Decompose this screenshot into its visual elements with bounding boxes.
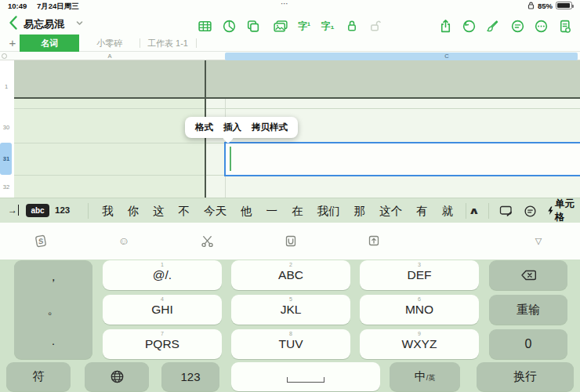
key-5-jkl[interactable]: 5JKL (231, 295, 350, 325)
key-7-pqrs[interactable]: 7PQRS (103, 329, 222, 359)
editing-cell-c31[interactable] (224, 142, 580, 176)
column-a-cells[interactable] (14, 98, 205, 198)
column-header-c-selected[interactable] (225, 53, 578, 60)
document-title[interactable]: 易忘易混 (24, 17, 64, 31)
insert-table-icon[interactable] (197, 18, 212, 34)
sogou-logo-icon[interactable]: S (32, 232, 49, 249)
scissors-icon[interactable] (198, 232, 216, 249)
tab-worksheet-1-1[interactable]: 工作表 1-1 (140, 34, 195, 52)
insert-chart-icon[interactable] (221, 18, 237, 34)
undo-icon[interactable] (461, 18, 477, 34)
comma-key[interactable]: ， (48, 270, 60, 285)
candidate[interactable]: 我 (102, 204, 114, 219)
add-sheet-button[interactable]: + (5, 34, 20, 52)
clipboard-icon[interactable] (282, 232, 299, 249)
tab-odds-ends[interactable]: 小零碎 (81, 34, 139, 52)
globe-key[interactable] (85, 362, 149, 391)
backspace-key[interactable] (489, 260, 567, 290)
row-header-31[interactable]: 31 (0, 155, 13, 162)
key-3-def[interactable]: 3DEF (360, 260, 479, 290)
num-mode-button[interactable]: 123 (55, 205, 70, 215)
language-toggle-key[interactable]: 中/英 (390, 362, 460, 391)
date: 7月24日周三 (37, 2, 79, 12)
insert-shape-icon[interactable] (245, 18, 260, 34)
orientation-lock-icon (527, 2, 535, 9)
table-header-row[interactable] (14, 60, 580, 98)
retype-key[interactable]: 重输 (489, 295, 567, 325)
screen: 10:49 7月24日周三 ⋯ 85% 易忘易混 (0, 0, 580, 392)
symbols-key[interactable]: 符 (6, 362, 71, 391)
row-header-30[interactable]: 30 (0, 124, 13, 131)
candidate[interactable]: 在 (292, 204, 303, 219)
candidate[interactable]: 就 (442, 204, 454, 219)
select-all-circle[interactable] (2, 53, 7, 59)
spreadsheet: A C 1 30 31 32 格式 插入 拷贝样式 (0, 52, 580, 198)
comment-icon[interactable] (509, 18, 525, 34)
punctuation-key[interactable]: ， 。 · (14, 260, 92, 359)
cell-quick-action[interactable]: 单元格 (547, 198, 580, 224)
row-header-1[interactable]: 1 (0, 83, 13, 90)
candidate-divider (88, 203, 89, 219)
export-icon[interactable] (365, 232, 382, 249)
key-8-tuv[interactable]: 8TUV (231, 329, 350, 359)
battery-icon (556, 2, 572, 9)
collapse-toolbar-icon[interactable]: ▽ (530, 232, 547, 249)
emoji-icon[interactable]: ☺ (115, 232, 132, 249)
keyboard-toolbar: S ☺ ▽ (0, 223, 580, 260)
app-toolbar: 易忘易混 字¹ 字₁ (0, 11, 580, 34)
tab-nouns[interactable]: 名词 (20, 34, 79, 52)
key-6-mno[interactable]: 6MNO (360, 295, 479, 325)
menu-item-format[interactable]: 格式 (195, 122, 213, 133)
battery-percent: 85% (538, 2, 553, 10)
share-icon[interactable] (437, 18, 453, 34)
cell-context-menu: 格式 插入 拷贝样式 (185, 117, 298, 138)
candidate[interactable]: 有 (416, 204, 428, 219)
menu-item-insert[interactable]: 插入 (223, 122, 241, 133)
abc-mode-badge[interactable]: abc (26, 204, 49, 217)
candidate[interactable]: 不 (179, 204, 190, 219)
period-key[interactable]: 。 (48, 303, 60, 318)
key-9-wxyz[interactable]: 9WXYZ (360, 329, 479, 359)
candidate[interactable]: 这个 (379, 204, 402, 219)
back-icon[interactable] (8, 15, 22, 31)
key-2-abc[interactable]: 2ABC (231, 260, 350, 290)
column-header-a[interactable]: A (102, 53, 118, 60)
superscript-icon[interactable]: 字¹ (296, 18, 312, 34)
more-icon[interactable] (533, 18, 549, 34)
backspace-icon (520, 269, 537, 281)
keyboard-switch-icon[interactable] (499, 205, 513, 217)
menu-item-copy-style[interactable]: 拷贝样式 (252, 122, 288, 133)
multitask-dots-icon: ⋯ (281, 0, 289, 8)
document-info-icon[interactable] (556, 18, 572, 34)
candidate-bar-right: ∧ 单元格 (470, 198, 580, 223)
space-key[interactable] (231, 362, 380, 391)
status-right: 85% (527, 2, 572, 10)
candidate[interactable]: 今天 (204, 204, 227, 219)
shortcut-circle-icon[interactable] (524, 205, 537, 218)
candidate-divider (488, 203, 489, 219)
tab-key-icon[interactable]: → (8, 205, 19, 216)
candidate[interactable]: 他 (241, 204, 252, 219)
key-0[interactable]: 0 (489, 329, 567, 359)
candidate[interactable]: 这 (153, 204, 165, 219)
clock: 10:49 (8, 2, 27, 10)
format-brush-icon[interactable] (484, 18, 499, 34)
candidate[interactable]: 一 (266, 204, 278, 219)
column-header-c-label: C (439, 53, 455, 60)
key-1-at[interactable]: 1@/. (103, 260, 222, 290)
lock-icon[interactable] (344, 18, 360, 34)
row-header-32[interactable]: 32 (0, 183, 13, 191)
numbers-key[interactable]: 123 (161, 362, 219, 391)
dot-key[interactable]: · (52, 336, 56, 350)
subscript-icon[interactable]: 字₁ (320, 18, 335, 34)
title-chevron-down-icon[interactable] (75, 19, 84, 27)
candidate[interactable]: 我们 (317, 204, 340, 219)
candidate[interactable]: 你 (128, 204, 140, 219)
expand-candidates-icon[interactable]: ∧ (469, 205, 480, 216)
insert-media-icon[interactable] (273, 18, 288, 34)
return-key[interactable]: 换行 (477, 362, 574, 391)
candidate[interactable]: 那 (354, 204, 366, 219)
candidate-list: 我 你 这 不 今天 他 一 在 我们 那 这个 有 就 是 (102, 198, 464, 223)
key-4-ghi[interactable]: 4GHI (103, 295, 222, 325)
tab-divider (196, 38, 197, 48)
